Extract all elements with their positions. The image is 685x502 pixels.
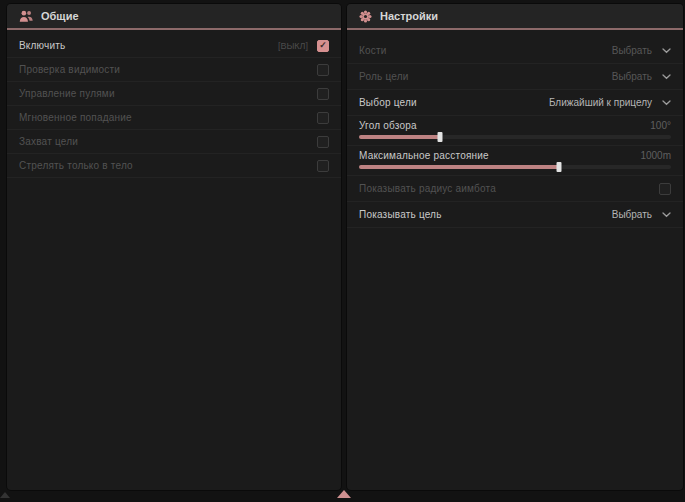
panel-settings-header: Настройки <box>347 4 683 28</box>
show-target-dropdown[interactable]: Выбрать <box>612 209 671 220</box>
enable-label: Включить <box>19 40 65 51</box>
fov-slider[interactable] <box>359 135 671 139</box>
instant-hit-label: Мгновенное попадание <box>19 112 132 123</box>
row-show-aimbot-radius: Показывать радиус аимбота <box>347 176 683 202</box>
max-distance-value: 1000m <box>640 150 671 161</box>
max-distance-slider[interactable] <box>359 165 671 169</box>
chevron-down-icon <box>662 212 671 218</box>
bones-label: Кости <box>359 45 387 56</box>
panel-settings: Настройки КостиВыбратьРоль целиВыбратьВы… <box>347 4 683 490</box>
target-lock-checkbox[interactable] <box>317 136 329 148</box>
shoot-body-only-checkbox[interactable] <box>317 160 329 172</box>
row-target-selection: Выбор целиБлижайший к прицелу <box>347 90 683 116</box>
row-controls <box>659 183 671 195</box>
settings-rows: КостиВыбратьРоль целиВыбратьВыбор целиБл… <box>347 30 683 228</box>
row-controls <box>317 88 329 100</box>
show-aimbot-radius-checkbox[interactable] <box>659 183 671 195</box>
row-bones: КостиВыбрать <box>347 38 683 64</box>
corner-triangle-icon <box>0 492 10 498</box>
target-role-value: Выбрать <box>612 71 652 82</box>
row-target-lock: Захват цели <box>7 130 341 154</box>
row-instant-hit: Мгновенное попадание <box>7 106 341 130</box>
row-controls <box>317 136 329 148</box>
row-shoot-body-only: Стрелять только в тело <box>7 154 341 178</box>
row-controls <box>317 112 329 124</box>
slider-fill <box>359 135 440 139</box>
row-controls: Выбрать <box>612 45 671 56</box>
row-controls: Выбрать <box>612 209 671 220</box>
row-visibility-check: Проверка видимости <box>7 58 341 82</box>
row-controls: Выбрать <box>612 71 671 82</box>
slider-label-line: Максимальное расстояние1000m <box>359 148 671 163</box>
bullet-control-label: Управление пулями <box>19 88 115 99</box>
fov-value: 100° <box>650 120 671 131</box>
chevron-down-icon <box>662 74 671 80</box>
row-controls <box>317 160 329 172</box>
target-selection-label: Выбор цели <box>359 97 417 108</box>
row-bullet-control: Управление пулями <box>7 82 341 106</box>
visibility-check-label: Проверка видимости <box>19 64 120 75</box>
panel-general-header: Общие <box>7 4 341 28</box>
bones-dropdown[interactable]: Выбрать <box>612 45 671 56</box>
row-fov: Угол обзора100° <box>347 116 683 146</box>
max-distance-label: Максимальное расстояние <box>359 150 489 161</box>
row-enable: Включить[ВЫКЛ]✓ <box>7 34 341 58</box>
row-controls <box>317 64 329 76</box>
slider-fill <box>359 165 559 169</box>
visibility-check-checkbox[interactable] <box>317 64 329 76</box>
enable-checkbox[interactable]: ✓ <box>317 40 329 52</box>
slider-thumb[interactable] <box>556 162 561 172</box>
panel-general-title: Общие <box>41 10 79 22</box>
up-triangle-icon[interactable] <box>337 490 351 498</box>
instant-hit-checkbox[interactable] <box>317 112 329 124</box>
row-max-distance: Максимальное расстояние1000m <box>347 146 683 176</box>
fov-label: Угол обзора <box>359 120 417 131</box>
shoot-body-only-label: Стрелять только в тело <box>19 160 133 171</box>
row-target-role: Роль целиВыбрать <box>347 64 683 90</box>
slider-thumb[interactable] <box>438 132 443 142</box>
panel-general: Общие Включить[ВЫКЛ]✓Проверка видимостиУ… <box>7 4 341 490</box>
bones-value: Выбрать <box>612 45 652 56</box>
show-target-label: Показывать цель <box>359 209 442 220</box>
slider-label-line: Угол обзора100° <box>359 118 671 133</box>
target-role-dropdown[interactable]: Выбрать <box>612 71 671 82</box>
target-selection-value: Ближайший к прицелу <box>549 97 652 108</box>
chevron-down-icon <box>662 48 671 54</box>
panel-settings-title: Настройки <box>380 10 438 22</box>
gear-icon <box>359 10 372 23</box>
target-selection-dropdown[interactable]: Ближайший к прицелу <box>549 97 671 108</box>
target-role-label: Роль цели <box>359 71 408 82</box>
row-controls: Ближайший к прицелу <box>549 97 671 108</box>
users-icon <box>19 10 33 23</box>
target-lock-label: Захват цели <box>19 136 78 147</box>
row-controls: [ВЫКЛ]✓ <box>278 40 329 52</box>
row-show-target: Показывать цельВыбрать <box>347 202 683 228</box>
general-rows: Включить[ВЫКЛ]✓Проверка видимостиУправле… <box>7 30 341 178</box>
enable-state-tag: [ВЫКЛ] <box>278 41 308 51</box>
show-aimbot-radius-label: Показывать радиус аимбота <box>359 183 496 194</box>
show-target-value: Выбрать <box>612 209 652 220</box>
bullet-control-checkbox[interactable] <box>317 88 329 100</box>
chevron-down-icon <box>662 100 671 106</box>
